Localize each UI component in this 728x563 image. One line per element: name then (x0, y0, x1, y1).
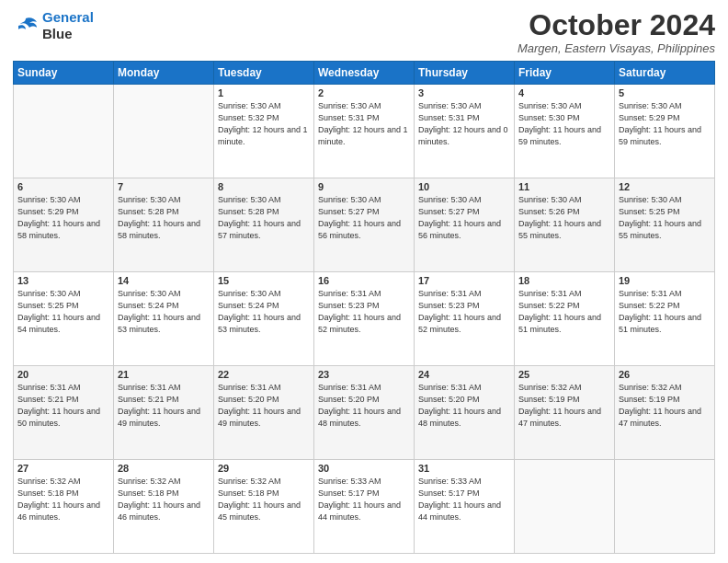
day-info: Sunrise: 5:30 AM Sunset: 5:29 PM Dayligh… (619, 100, 711, 148)
cell-w1-d0 (14, 85, 114, 178)
day-number: 31 (418, 463, 510, 474)
logo-blue: Blue (42, 26, 94, 42)
day-number: 1 (218, 87, 310, 98)
day-info: Sunrise: 5:33 AM Sunset: 5:17 PM Dayligh… (318, 476, 410, 523)
cell-w2-d0: 6Sunrise: 5:30 AM Sunset: 5:29 PM Daylig… (14, 178, 114, 272)
week-row-5: 27Sunrise: 5:32 AM Sunset: 5:18 PM Dayli… (14, 460, 715, 554)
day-info: Sunrise: 5:30 AM Sunset: 5:27 PM Dayligh… (418, 194, 510, 242)
day-info: Sunrise: 5:30 AM Sunset: 5:25 PM Dayligh… (17, 288, 109, 336)
day-number: 3 (418, 87, 510, 98)
day-number: 6 (17, 181, 109, 192)
cell-w1-d4: 3Sunrise: 5:30 AM Sunset: 5:31 PM Daylig… (415, 85, 515, 178)
cell-w1-d6: 5Sunrise: 5:30 AM Sunset: 5:29 PM Daylig… (615, 85, 715, 178)
cell-w4-d5: 25Sunrise: 5:32 AM Sunset: 5:19 PM Dayli… (515, 366, 615, 460)
day-info: Sunrise: 5:30 AM Sunset: 5:29 PM Dayligh… (17, 194, 109, 242)
col-tuesday: Tuesday (214, 62, 314, 85)
day-number: 4 (518, 87, 610, 98)
day-number: 7 (118, 181, 210, 192)
main-title: October 2024 (518, 9, 715, 41)
cell-w1-d5: 4Sunrise: 5:30 AM Sunset: 5:30 PM Daylig… (515, 85, 615, 178)
day-number: 9 (318, 181, 410, 192)
day-number: 25 (518, 369, 610, 380)
col-friday: Friday (515, 62, 615, 85)
day-info: Sunrise: 5:32 AM Sunset: 5:19 PM Dayligh… (518, 382, 610, 430)
day-info: Sunrise: 5:30 AM Sunset: 5:32 PM Dayligh… (218, 100, 310, 148)
cell-w1-d1 (114, 85, 214, 178)
day-info: Sunrise: 5:30 AM Sunset: 5:26 PM Dayligh… (518, 194, 610, 242)
cell-w3-d0: 13Sunrise: 5:30 AM Sunset: 5:25 PM Dayli… (14, 272, 114, 366)
day-info: Sunrise: 5:30 AM Sunset: 5:27 PM Dayligh… (318, 194, 410, 242)
day-number: 8 (218, 181, 310, 192)
day-info: Sunrise: 5:30 AM Sunset: 5:28 PM Dayligh… (218, 194, 310, 242)
day-number: 12 (619, 181, 711, 192)
logo: General Blue (13, 9, 94, 42)
header: General Blue October 2024 Margen, Easter… (13, 9, 715, 55)
day-number: 13 (17, 275, 109, 286)
day-info: Sunrise: 5:30 AM Sunset: 5:30 PM Dayligh… (518, 100, 610, 148)
day-info: Sunrise: 5:31 AM Sunset: 5:20 PM Dayligh… (218, 382, 310, 430)
col-wednesday: Wednesday (314, 62, 415, 85)
day-number: 26 (619, 369, 711, 380)
cell-w3-d2: 15Sunrise: 5:30 AM Sunset: 5:24 PM Dayli… (214, 272, 314, 366)
day-number: 19 (619, 275, 711, 286)
cell-w2-d3: 9Sunrise: 5:30 AM Sunset: 5:27 PM Daylig… (314, 178, 415, 272)
day-info: Sunrise: 5:31 AM Sunset: 5:21 PM Dayligh… (17, 382, 109, 430)
day-info: Sunrise: 5:32 AM Sunset: 5:18 PM Dayligh… (17, 476, 109, 523)
cell-w3-d5: 18Sunrise: 5:31 AM Sunset: 5:22 PM Dayli… (515, 272, 615, 366)
cell-w4-d2: 22Sunrise: 5:31 AM Sunset: 5:20 PM Dayli… (214, 366, 314, 460)
day-info: Sunrise: 5:30 AM Sunset: 5:24 PM Dayligh… (218, 288, 310, 336)
week-row-4: 20Sunrise: 5:31 AM Sunset: 5:21 PM Dayli… (14, 366, 715, 460)
cell-w2-d6: 12Sunrise: 5:30 AM Sunset: 5:25 PM Dayli… (615, 178, 715, 272)
day-info: Sunrise: 5:31 AM Sunset: 5:21 PM Dayligh… (118, 382, 210, 430)
day-number: 27 (17, 463, 109, 474)
cell-w3-d1: 14Sunrise: 5:30 AM Sunset: 5:24 PM Dayli… (114, 272, 214, 366)
day-number: 18 (518, 275, 610, 286)
day-number: 16 (318, 275, 410, 286)
day-number: 22 (218, 369, 310, 380)
cell-w2-d4: 10Sunrise: 5:30 AM Sunset: 5:27 PM Dayli… (415, 178, 515, 272)
week-row-3: 13Sunrise: 5:30 AM Sunset: 5:25 PM Dayli… (14, 272, 715, 366)
cell-w3-d3: 16Sunrise: 5:31 AM Sunset: 5:23 PM Dayli… (314, 272, 415, 366)
col-thursday: Thursday (415, 62, 515, 85)
cell-w5-d4: 31Sunrise: 5:33 AM Sunset: 5:17 PM Dayli… (415, 460, 515, 554)
cell-w5-d1: 28Sunrise: 5:32 AM Sunset: 5:18 PM Dayli… (114, 460, 214, 554)
day-number: 2 (318, 87, 410, 98)
logo-general: General (42, 9, 94, 25)
day-info: Sunrise: 5:31 AM Sunset: 5:22 PM Dayligh… (619, 288, 711, 336)
week-row-1: 1Sunrise: 5:30 AM Sunset: 5:32 PM Daylig… (14, 85, 715, 178)
day-number: 14 (118, 275, 210, 286)
day-info: Sunrise: 5:31 AM Sunset: 5:22 PM Dayligh… (518, 288, 610, 336)
cell-w1-d2: 1Sunrise: 5:30 AM Sunset: 5:32 PM Daylig… (214, 85, 314, 178)
calendar-body: 1Sunrise: 5:30 AM Sunset: 5:32 PM Daylig… (14, 85, 715, 554)
day-info: Sunrise: 5:32 AM Sunset: 5:18 PM Dayligh… (118, 476, 210, 523)
cell-w3-d4: 17Sunrise: 5:31 AM Sunset: 5:23 PM Dayli… (415, 272, 515, 366)
calendar-table: Sunday Monday Tuesday Wednesday Thursday… (13, 61, 715, 554)
day-info: Sunrise: 5:31 AM Sunset: 5:20 PM Dayligh… (318, 382, 410, 430)
cell-w5-d6 (615, 460, 715, 554)
day-info: Sunrise: 5:30 AM Sunset: 5:25 PM Dayligh… (619, 194, 711, 242)
calendar-header: Sunday Monday Tuesday Wednesday Thursday… (14, 62, 715, 85)
col-saturday: Saturday (615, 62, 715, 85)
cell-w2-d1: 7Sunrise: 5:30 AM Sunset: 5:28 PM Daylig… (114, 178, 214, 272)
day-number: 10 (418, 181, 510, 192)
cell-w5-d2: 29Sunrise: 5:32 AM Sunset: 5:18 PM Dayli… (214, 460, 314, 554)
day-info: Sunrise: 5:30 AM Sunset: 5:31 PM Dayligh… (318, 100, 410, 148)
header-row: Sunday Monday Tuesday Wednesday Thursday… (14, 62, 715, 85)
day-info: Sunrise: 5:33 AM Sunset: 5:17 PM Dayligh… (418, 476, 510, 523)
day-number: 23 (318, 369, 410, 380)
logo-icon (13, 15, 39, 37)
day-number: 21 (118, 369, 210, 380)
col-monday: Monday (114, 62, 214, 85)
day-number: 11 (518, 181, 610, 192)
day-info: Sunrise: 5:31 AM Sunset: 5:23 PM Dayligh… (418, 288, 510, 336)
subtitle: Margen, Eastern Visayas, Philippines (518, 41, 715, 55)
cell-w2-d2: 8Sunrise: 5:30 AM Sunset: 5:28 PM Daylig… (214, 178, 314, 272)
cell-w5-d0: 27Sunrise: 5:32 AM Sunset: 5:18 PM Dayli… (14, 460, 114, 554)
cell-w4-d1: 21Sunrise: 5:31 AM Sunset: 5:21 PM Dayli… (114, 366, 214, 460)
cell-w1-d3: 2Sunrise: 5:30 AM Sunset: 5:31 PM Daylig… (314, 85, 415, 178)
day-info: Sunrise: 5:30 AM Sunset: 5:31 PM Dayligh… (418, 100, 510, 148)
day-number: 28 (118, 463, 210, 474)
cell-w4-d3: 23Sunrise: 5:31 AM Sunset: 5:20 PM Dayli… (314, 366, 415, 460)
day-info: Sunrise: 5:30 AM Sunset: 5:28 PM Dayligh… (118, 194, 210, 242)
day-number: 15 (218, 275, 310, 286)
